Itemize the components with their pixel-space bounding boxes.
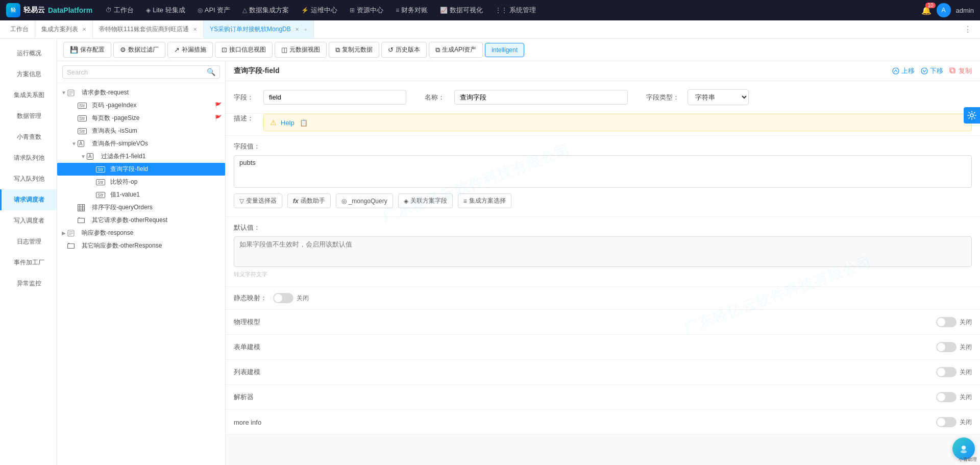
static-map-toggle[interactable]: [273, 293, 293, 303]
down-button[interactable]: 下移: [921, 66, 943, 76]
tree-node-pagesize[interactable]: Str 每页数 -pageSize 🚩: [57, 112, 225, 125]
nav-resource[interactable]: ⊞ 资源中心: [345, 0, 388, 20]
sidebar-item-solution-info[interactable]: 方案信息: [0, 64, 57, 85]
save-config-button[interactable]: 💾 保存配置: [63, 42, 111, 58]
related-field-button[interactable]: ◈ 关联方案字段: [398, 193, 453, 208]
more-info-toggle[interactable]: [936, 417, 957, 427]
tree-node-field1[interactable]: ▼ A 过滤条件1-field1: [57, 150, 225, 163]
desc-book-icon: 📋: [300, 119, 308, 127]
parser-toggle-wrap: 关闭: [936, 392, 972, 402]
right-panel: 查询字段-field 上移 下移: [226, 61, 980, 465]
nav-workbench-icon: ⏱: [106, 7, 112, 14]
default-value-input[interactable]: [234, 236, 972, 267]
solution-select-button[interactable]: ≡ 集成方案选择: [458, 193, 511, 208]
func-helper-button[interactable]: fx 函数助手: [287, 193, 331, 208]
right-panel-body: 查询字段-field 上移 下移: [226, 61, 980, 435]
name-input[interactable]: [454, 90, 628, 105]
more-info-section: more info 关闭: [226, 410, 980, 435]
physical-model-toggle[interactable]: [936, 317, 957, 327]
history-button[interactable]: ↺ 历史版本: [381, 42, 427, 58]
tree-node-field[interactable]: Str 查询字段-field: [57, 163, 225, 176]
tab-solution2[interactable]: YS采购订单对接帆软MongDB ✕ ●: [204, 20, 314, 39]
tree-node-value1[interactable]: Str 值1-value1: [57, 188, 225, 201]
help-link[interactable]: Help: [281, 119, 295, 127]
type-icon-simplevos: A: [78, 140, 92, 147]
parser-toggle[interactable]: [936, 392, 957, 402]
tab-solution-list-close[interactable]: ✕: [82, 27, 86, 32]
static-map-label: 静态映射：: [234, 293, 267, 303]
nav-sysadmin[interactable]: ⋮⋮ 系统管理: [490, 0, 541, 20]
copy-button[interactable]: 复制: [949, 66, 972, 76]
sidebar-item-data-mgmt[interactable]: 数据管理: [0, 106, 57, 127]
form-model-toggle[interactable]: [936, 342, 957, 352]
admin-name[interactable]: admin: [956, 7, 974, 14]
mongo-query-button[interactable]: ◎ _mongoQuery: [336, 193, 393, 208]
sidebar-item-exception-monitor[interactable]: 异常监控: [0, 273, 57, 294]
default-hint: 转义字符文字: [234, 271, 972, 278]
list-model-value: 关闭: [960, 368, 972, 377]
gen-api-icon: ⧉: [435, 46, 440, 54]
settings-gear-button[interactable]: [964, 107, 980, 124]
nav-visual[interactable]: 📈 数据可视化: [435, 0, 488, 20]
tab-bar: 工作台 集成方案列表 ✕ 帝特物联111账套供应商到旺店通 ✕ YS采购订单对接…: [0, 20, 980, 39]
tree-label-op: 比较符-op: [110, 178, 222, 186]
type-select-wrap: 字符串 整数 浮点数 布尔值 日期: [688, 89, 769, 105]
form-model-section: 表单建模 关闭: [226, 335, 980, 360]
up-button[interactable]: 上移: [892, 66, 915, 76]
tree-label-pagesize: 每页数 -pageSize: [92, 114, 213, 123]
tab-solution2-label: YS采购订单对接帆软MongDB: [210, 25, 291, 34]
intelligent-button[interactable]: intelligent: [485, 43, 524, 57]
tab-more-button[interactable]: ⋮: [960, 25, 976, 34]
tab-solution2-close[interactable]: ✕: [295, 27, 299, 32]
sidebar-item-request-scheduler[interactable]: 请求调度者: [0, 189, 57, 210]
data-filter-button[interactable]: ⚙ 数据过滤厂: [113, 42, 165, 58]
tree-node-otherresponse[interactable]: 其它响应参数-otherResponse: [57, 239, 225, 252]
tree-node-pageindex[interactable]: Str 页码 -pageIndex 🚩: [57, 99, 225, 112]
nav-lite[interactable]: ◈ Lite 轻集成: [141, 0, 190, 20]
search-input[interactable]: [67, 68, 204, 76]
search-icon[interactable]: 🔍: [207, 68, 215, 76]
interface-view-button[interactable]: ⊡ 接口信息视图: [215, 42, 273, 58]
sidebar-item-integration-map[interactable]: 集成关系图: [0, 85, 57, 106]
nav-ops[interactable]: ⚡ 运维中心: [296, 0, 342, 20]
supplement-button[interactable]: ↗ 补漏措施: [167, 42, 213, 58]
tab-solution1[interactable]: 帝特物联111账套供应商到旺店通 ✕: [93, 20, 204, 39]
tree-node-otherrequest[interactable]: 其它请求参数-otherRequest: [57, 214, 225, 227]
tree-node-response[interactable]: ▶ 响应参数-response: [57, 227, 225, 239]
field-input[interactable]: [263, 90, 406, 105]
var-selector-button[interactable]: ▽ 变量选择器: [234, 193, 282, 208]
tab-solution-list[interactable]: 集成方案列表 ✕: [35, 20, 93, 39]
tree-node-queryorders[interactable]: 排序字段-queryOrders: [57, 201, 225, 214]
desc-help-box: ⚠ Help 📋: [263, 114, 972, 131]
tree-node-op[interactable]: Str 比较符-op: [57, 176, 225, 188]
sidebar-item-assistant[interactable]: 小青查数: [0, 127, 57, 148]
tree-label-value1: 值1-value1: [110, 190, 222, 199]
sidebar-item-request-pool[interactable]: 请求队列池: [0, 148, 57, 168]
tree-node-issum[interactable]: Str 查询表头 -isSum: [57, 125, 225, 137]
sidebar-item-event-factory[interactable]: 事件加工厂: [0, 252, 57, 273]
bell-button[interactable]: 🔔 10: [921, 6, 932, 15]
copy-data-button[interactable]: ⧉ 复制元数据: [329, 42, 379, 58]
tree-container: ▼ 请求参数-request Str 页码 -pageIndex 🚩: [57, 83, 225, 465]
sidebar-item-log-mgmt[interactable]: 日志管理: [0, 231, 57, 252]
nav-finance[interactable]: ≡ 财务对账: [390, 0, 433, 20]
tab-workbench[interactable]: 工作台: [4, 20, 35, 39]
nav-api[interactable]: ◎ API 资产: [192, 0, 236, 20]
tree-node-request[interactable]: ▼ 请求参数-request: [57, 86, 225, 99]
list-model-toggle[interactable]: [936, 367, 957, 377]
nav-sysadmin-icon: ⋮⋮: [495, 7, 507, 14]
sidebar-item-overview[interactable]: 运行概况: [0, 43, 57, 64]
tree-node-simplevos[interactable]: ▼ A 查询条件-simpleVOs: [57, 137, 225, 150]
type-select[interactable]: 字符串 整数 浮点数 布尔值 日期: [688, 89, 749, 105]
nav-workbench[interactable]: ⏱ 工作台: [101, 0, 139, 20]
nav-datasync[interactable]: △ 数据集成方案: [237, 0, 294, 20]
app-name: DataPlatform: [48, 6, 92, 14]
tab-solution1-close[interactable]: ✕: [193, 27, 197, 32]
sidebar-item-write-pool[interactable]: 写入队列池: [0, 168, 57, 189]
field-value-textarea[interactable]: pubts: [234, 155, 972, 188]
form-model-label: 表单建模: [234, 342, 260, 352]
gen-api-button[interactable]: ⧉ 生成API资产: [429, 42, 483, 58]
sidebar-item-write-scheduler[interactable]: 写入调度者: [0, 210, 57, 231]
related-field-icon: ◈: [404, 198, 408, 205]
meta-view-button[interactable]: ◫ 元数据视图: [275, 42, 327, 58]
